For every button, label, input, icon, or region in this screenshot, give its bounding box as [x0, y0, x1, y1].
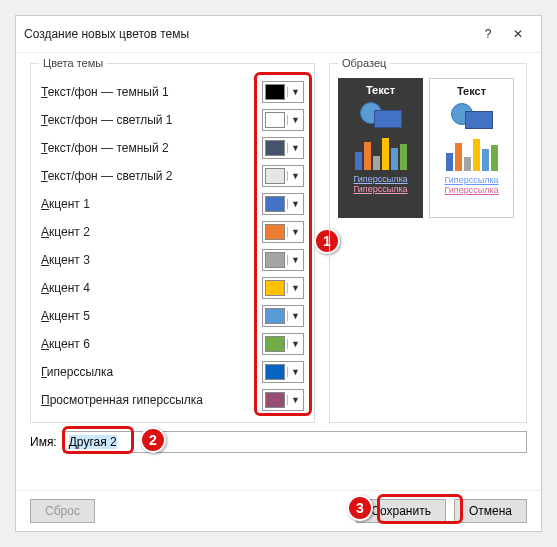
dialog: Создание новых цветов темы ? ✕ Цвета тем…	[15, 15, 542, 532]
sample-shapes-dark	[356, 100, 406, 130]
color-row-label: Текст/фон — темный 1	[41, 85, 262, 99]
color-swatch	[265, 364, 285, 380]
chart-bar	[464, 157, 471, 171]
color-swatch	[265, 392, 285, 408]
sample-label: Образец	[338, 57, 390, 69]
color-row-label: Акцент 4	[41, 281, 262, 295]
color-row: Текст/фон — темный 2▼	[41, 134, 304, 162]
color-rows: 1 Текст/фон — темный 1▼Текст/фон — светл…	[41, 78, 304, 414]
color-swatch	[265, 196, 285, 212]
color-row: Просмотренная гиперссылка▼	[41, 386, 304, 414]
color-row: Текст/фон — светлый 1▼	[41, 106, 304, 134]
dropdown-caret-icon: ▼	[287, 395, 303, 405]
chart-bar	[391, 148, 398, 170]
color-row: Акцент 6▼	[41, 330, 304, 358]
color-row-label: Акцент 2	[41, 225, 262, 239]
sample-grid: Текст Гиперссылка Гиперссылка Текст Гипе…	[338, 78, 518, 218]
dropdown-caret-icon: ▼	[287, 339, 303, 349]
color-row-label: Просмотренная гиперссылка	[41, 393, 262, 407]
dropdown-caret-icon: ▼	[287, 115, 303, 125]
chart-bar	[446, 153, 453, 171]
color-row-label: Текст/фон — светлый 2	[41, 169, 262, 183]
color-row: Акцент 5▼	[41, 302, 304, 330]
color-swatch	[265, 336, 285, 352]
color-swatch	[265, 280, 285, 296]
theme-colors-group: Цвета темы 1 Текст/фон — темный 1▼Текст/…	[30, 63, 315, 423]
color-row: Акцент 4▼	[41, 274, 304, 302]
dialog-title: Создание новых цветов темы	[24, 27, 473, 41]
name-label: Имя:	[30, 435, 57, 449]
dropdown-caret-icon: ▼	[287, 283, 303, 293]
color-swatch-button[interactable]: ▼	[262, 193, 304, 215]
chart-bar	[355, 152, 362, 170]
chart-bar	[455, 143, 462, 171]
color-row-label: Акцент 6	[41, 337, 262, 351]
chart-bar	[364, 142, 371, 170]
color-row: Текст/фон — светлый 2▼	[41, 162, 304, 190]
color-swatch-button[interactable]: ▼	[262, 277, 304, 299]
top-area: Цвета темы 1 Текст/фон — темный 1▼Текст/…	[30, 63, 527, 423]
chart-bar	[491, 145, 498, 171]
color-swatch-button[interactable]: ▼	[262, 221, 304, 243]
close-button[interactable]: ✕	[503, 22, 533, 46]
dropdown-caret-icon: ▼	[287, 199, 303, 209]
color-swatch-button[interactable]: ▼	[262, 137, 304, 159]
color-row-label: Гиперссылка	[41, 365, 262, 379]
dropdown-caret-icon: ▼	[287, 143, 303, 153]
color-swatch-button[interactable]: ▼	[262, 389, 304, 411]
sample-chart-dark	[355, 134, 407, 170]
color-swatch-button[interactable]: ▼	[262, 109, 304, 131]
sample-visited-light: Гиперссылка	[444, 185, 498, 195]
chart-bar	[382, 138, 389, 170]
color-row: Гиперссылка▼	[41, 358, 304, 386]
theme-colors-label: Цвета темы	[39, 57, 107, 69]
reset-button[interactable]: Сброс	[30, 499, 95, 523]
sample-chart-light	[446, 135, 498, 171]
dropdown-caret-icon: ▼	[287, 311, 303, 321]
chart-bar	[400, 144, 407, 170]
name-input[interactable]: Другая 2	[63, 431, 527, 453]
dropdown-caret-icon: ▼	[287, 87, 303, 97]
color-row-label: Текст/фон — светлый 1	[41, 113, 262, 127]
color-swatch-button[interactable]: ▼	[262, 165, 304, 187]
color-swatch-button[interactable]: ▼	[262, 333, 304, 355]
color-row-label: Акцент 3	[41, 253, 262, 267]
sample-text-dark: Текст	[366, 84, 395, 96]
dropdown-caret-icon: ▼	[287, 227, 303, 237]
color-swatch	[265, 308, 285, 324]
save-button[interactable]: Сохранить	[356, 499, 446, 523]
color-swatch	[265, 252, 285, 268]
color-swatch	[265, 168, 285, 184]
help-button[interactable]: ?	[473, 22, 503, 46]
color-swatch	[265, 84, 285, 100]
color-swatch-button[interactable]: ▼	[262, 249, 304, 271]
color-row-label: Акцент 1	[41, 197, 262, 211]
color-swatch-button[interactable]: ▼	[262, 305, 304, 327]
color-row: Текст/фон — темный 1▼	[41, 78, 304, 106]
dropdown-caret-icon: ▼	[287, 171, 303, 181]
color-row: Акцент 1▼	[41, 190, 304, 218]
color-swatch	[265, 224, 285, 240]
sample-link-light: Гиперссылка	[444, 175, 498, 185]
sample-group: Образец Текст Гиперссылка Гиперссылка Те…	[329, 63, 527, 423]
color-row-label: Акцент 5	[41, 309, 262, 323]
chart-bar	[482, 149, 489, 171]
sample-light: Текст Гиперссылка Гиперссылка	[429, 78, 514, 218]
dialog-body: Цвета темы 1 Текст/фон — темный 1▼Текст/…	[16, 53, 541, 490]
dropdown-caret-icon: ▼	[287, 255, 303, 265]
cancel-button[interactable]: Отмена	[454, 499, 527, 523]
sample-dark: Текст Гиперссылка Гиперссылка	[338, 78, 423, 218]
color-swatch	[265, 140, 285, 156]
color-swatch	[265, 112, 285, 128]
name-row: Имя: Другая 2 2	[30, 431, 527, 453]
color-swatch-button[interactable]: ▼	[262, 361, 304, 383]
chart-bar	[473, 139, 480, 171]
dropdown-caret-icon: ▼	[287, 367, 303, 377]
color-row: Акцент 3▼	[41, 246, 304, 274]
color-swatch-button[interactable]: ▼	[262, 81, 304, 103]
titlebar: Создание новых цветов темы ? ✕	[16, 16, 541, 53]
sample-shapes-light	[447, 101, 497, 131]
sample-text-light: Текст	[457, 85, 486, 97]
color-row: Акцент 2▼	[41, 218, 304, 246]
color-row-label: Текст/фон — темный 2	[41, 141, 262, 155]
